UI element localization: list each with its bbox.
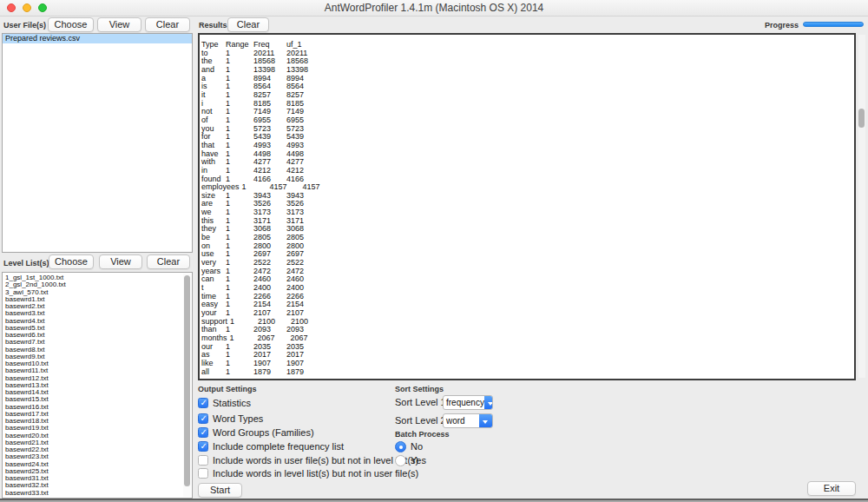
sort-level-label: Sort Level 1 <box>395 397 443 407</box>
checkbox-unchecked-icon[interactable] <box>198 455 208 466</box>
results-scrollbar[interactable] <box>858 35 865 378</box>
level-lists-choose-button[interactable]: Choose <box>49 254 94 269</box>
zoom-window-icon[interactable] <box>38 3 47 12</box>
scrollbar-thumb[interactable] <box>184 275 190 486</box>
checkbox-unchecked-icon[interactable] <box>198 468 208 479</box>
sort-level-row: Sort Level 1frequency <box>395 394 493 410</box>
results-cell: it <box>201 91 226 100</box>
level-lists-list-items: 1_gsl_1st_1000.txt2_gsl_2nd_1000.txt3_aw… <box>3 273 192 497</box>
checkbox-checked-icon[interactable] <box>198 413 208 424</box>
close-window-icon[interactable] <box>7 3 16 12</box>
start-button[interactable]: Start <box>198 483 242 498</box>
results-label: Results <box>199 21 227 30</box>
level-list-item[interactable]: basewrd33.txt <box>3 490 192 497</box>
output-option-label: Word Groups (Families) <box>213 427 314 438</box>
sort-level-select[interactable]: word <box>443 413 493 428</box>
output-option-label: Statistics <box>213 398 251 408</box>
user-files-choose-button[interactable]: Choose <box>48 17 94 32</box>
sort-level-value: word <box>444 414 479 427</box>
exit-button[interactable]: Exit <box>807 481 856 496</box>
level-lists-label: Level List(s) <box>3 259 49 268</box>
output-option-label: Include words in user file(s) but not in… <box>213 455 418 466</box>
progress-bar <box>803 22 864 27</box>
radio-unselected-icon[interactable] <box>395 455 406 466</box>
output-option-label: Word Types <box>213 413 263 424</box>
batch-option-row: No <box>395 440 423 452</box>
titlebar: AntWordProfiler 1.4.1m (Macintosh OS X) … <box>0 0 868 17</box>
checkbox-checked-icon[interactable] <box>198 427 208 438</box>
progress-label: Progress <box>765 21 799 30</box>
radio-selected-icon[interactable] <box>395 441 406 452</box>
results-row: all118791879 <box>201 368 854 377</box>
user-files-clear-button[interactable]: Clear <box>145 17 190 32</box>
chevron-down-icon <box>484 396 492 409</box>
output-option-label: Include words in level list(s) but not i… <box>213 468 418 479</box>
chevron-down-icon <box>479 414 492 427</box>
app-window: AntWordProfiler 1.4.1m (Macintosh OS X) … <box>0 0 868 502</box>
batch-option-label: Yes <box>411 455 426 466</box>
checkbox-checked-icon[interactable] <box>198 441 208 452</box>
output-option-row: Include words in user file(s) but not in… <box>198 454 418 466</box>
level-list-scrollbar[interactable] <box>183 274 191 497</box>
sort-level-select[interactable]: frequency <box>443 395 493 410</box>
batch-option-label: No <box>411 441 423 452</box>
results-cell: 1879 <box>253 368 286 377</box>
level-lists-clear-button[interactable]: Clear <box>147 254 190 269</box>
sort-level-label: Sort Level 2 <box>395 415 443 426</box>
results-row: found141664166 <box>201 175 854 184</box>
output-option-row: Statistics <box>198 397 251 409</box>
sort-level-row: Sort Level 2word <box>395 413 493 428</box>
results-area[interactable]: TypeRangeFrequf_1to12021120211the1185681… <box>198 33 856 380</box>
user-files-label: User File(s) <box>3 21 46 30</box>
output-option-row: Word Groups (Families) <box>198 426 314 439</box>
results-cell: 4157 <box>303 183 323 192</box>
results-cell: all <box>201 368 226 377</box>
output-option-row: Include words in level list(s) but not i… <box>198 467 418 479</box>
results-clear-button[interactable]: Clear <box>227 17 269 32</box>
results-rows: TypeRangeFrequf_1to12021120211the1185681… <box>200 35 854 376</box>
window-title: AntWordProfiler 1.4.1m (Macintosh OS X) … <box>0 0 868 16</box>
output-option-row: Include complete frequency list <box>198 440 344 452</box>
level-lists-list[interactable]: 1_gsl_1st_1000.txt2_gsl_2nd_1000.txt3_aw… <box>2 272 193 499</box>
results-cell: 1 <box>226 368 253 377</box>
minimize-window-icon[interactable] <box>23 3 31 12</box>
user-file-item[interactable]: Prepared reviews.csv <box>3 34 192 43</box>
user-files-list[interactable]: Prepared reviews.csv <box>2 33 193 253</box>
results-cell: 1879 <box>286 368 306 377</box>
output-settings-label: Output Settings <box>198 385 257 393</box>
batch-option-row: Yes <box>395 454 426 466</box>
user-files-list-items: Prepared reviews.csv <box>3 34 192 43</box>
output-option-row: Word Types <box>198 413 263 425</box>
checkbox-checked-icon[interactable] <box>198 398 208 408</box>
user-files-view-button[interactable]: View <box>97 17 141 32</box>
scrollbar-thumb[interactable] <box>858 109 865 128</box>
sort-settings-label: Sort Settings <box>395 385 444 393</box>
level-lists-view-button[interactable]: View <box>99 254 142 269</box>
sort-level-value: frequency <box>444 396 484 409</box>
results-cell: can <box>201 275 226 284</box>
batch-process-label: Batch Process <box>395 430 450 439</box>
output-option-label: Include complete frequency list <box>213 441 344 452</box>
